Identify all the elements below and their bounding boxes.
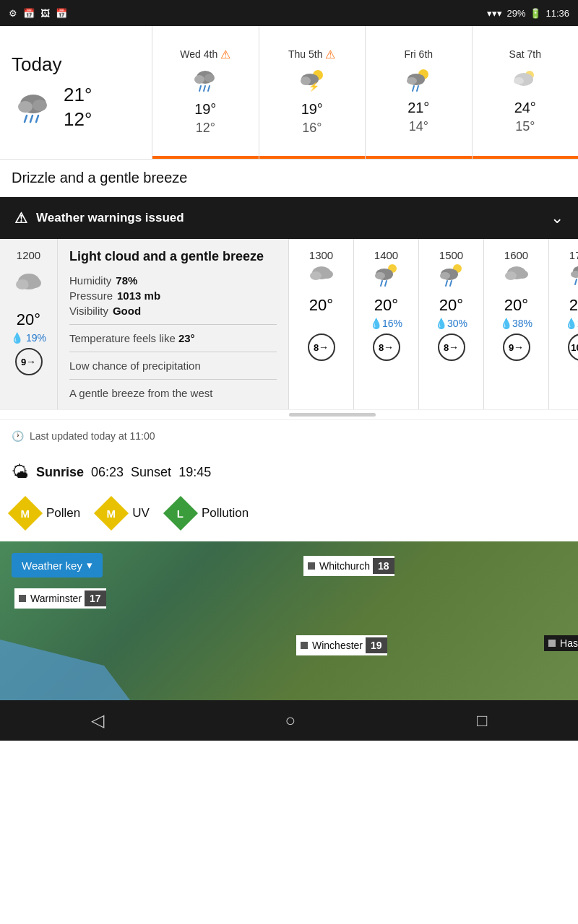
warning-text: Weather warnings issued: [36, 211, 184, 225]
wind-text: A gentle breeze from the west: [69, 387, 277, 399]
svg-point-28: [310, 271, 322, 280]
svg-line-10: [204, 86, 205, 91]
pollution-indicator[interactable]: L Pollution: [167, 500, 249, 527]
last-updated: 🕐 Last updated today at 11:00: [0, 420, 578, 452]
hour-time-1500: 1500: [439, 249, 463, 261]
hour-icon-1700: [568, 261, 579, 292]
svg-point-1: [18, 101, 33, 113]
svg-line-3: [25, 116, 27, 122]
weather-key-button[interactable]: Weather key ▾: [12, 553, 103, 578]
svg-point-18: [407, 77, 417, 84]
hour-col-1300[interactable]: 1300 20° 8→: [289, 239, 354, 409]
hour-temp-1500: 20°: [439, 296, 463, 315]
warminster-temp: 17: [85, 590, 106, 606]
back-button[interactable]: ◁: [74, 705, 121, 736]
visibility-row: Visibility Good: [69, 305, 277, 317]
hour-precip-1600: 💧38%: [500, 318, 532, 329]
wind-arrow-1600: →: [514, 341, 524, 353]
svg-line-34: [385, 281, 387, 286]
hour-col-1500[interactable]: 1500 20° 💧30% 8→: [419, 239, 484, 409]
forecast-fri[interactable]: Fri 6th 21° 14°: [365, 26, 472, 159]
map-label-winchester: Winchester 19: [296, 635, 387, 655]
humidity-row: Humidity 78%: [69, 274, 277, 287]
battery-percent: 29%: [506, 8, 525, 19]
hastings-name: Has: [560, 637, 578, 649]
wind-arrow-1400: →: [384, 341, 394, 353]
today-icon-temps: 21° 12°: [12, 83, 140, 132]
winchester-name: Winchester: [312, 640, 363, 651]
svg-point-29: [322, 270, 333, 279]
warning-banner[interactable]: ⚠ Weather warnings issued ⌄: [0, 197, 578, 239]
forecast-icon-thu: ⚡: [296, 64, 328, 96]
svg-line-5: [36, 116, 38, 122]
hour-col-1700[interactable]: 1700 20° 💧27% 10→: [549, 239, 578, 409]
warminster-name: Warminster: [30, 593, 82, 604]
forecast-thu[interactable]: Thu 5th ⚠ ⚡ 19° 16°: [259, 26, 366, 159]
today-column: Today 21° 12°: [0, 26, 152, 159]
hour-col-1400[interactable]: 1400 20° 💧16% 8→: [354, 239, 419, 409]
warning-triangle-icon: ⚠: [14, 209, 27, 227]
hour-precip-1500: 💧30%: [435, 318, 467, 329]
forecast-temps-thu: 19° 16°: [301, 99, 323, 137]
hour-detail-time: 1200: [7, 249, 50, 261]
hour-temp-1300: 20°: [309, 296, 333, 315]
status-bar: ⚙ 📅 🖼 📅 ▾▾▾ 29% 🔋 11:36: [0, 0, 578, 26]
nav-bar: ◁ ○ □: [0, 700, 578, 741]
wind-arrow-icon: →: [26, 356, 36, 367]
svg-line-11: [208, 86, 210, 91]
forecast-wed[interactable]: Wed 4th ⚠ 19° 12°: [152, 26, 259, 159]
sunrise-icon: 🌤: [12, 462, 29, 482]
humidity-label: Humidity: [69, 274, 111, 287]
hour-time-1700: 1700: [569, 249, 578, 261]
hour-precip-1400: 💧16%: [370, 318, 402, 329]
hour-time-1600: 1600: [504, 249, 528, 261]
forecast-icon-fri: [402, 63, 434, 95]
svg-line-9: [199, 86, 201, 91]
chevron-down-icon: ⌄: [551, 209, 564, 227]
wind-arrow-1300: →: [319, 341, 329, 353]
map-label-warminster: Warminster 17: [14, 588, 106, 609]
svg-point-25: [16, 279, 29, 289]
home-button[interactable]: ○: [268, 705, 314, 736]
top-weather-row: Today 21° 12° Wed 4th: [0, 26, 578, 160]
svg-point-23: [514, 77, 524, 84]
feels-like-row: Temperature feels like 23°: [69, 332, 277, 344]
hour-wind-1600: 9→: [503, 334, 530, 361]
hour-col-1600[interactable]: 1600 20° 💧38% 9→: [484, 239, 549, 409]
weather-description: Drizzle and a gentle breeze: [0, 160, 578, 197]
battery-icon: 🔋: [530, 8, 541, 19]
warning-icon-wed: ⚠: [220, 48, 230, 61]
uv-indicator[interactable]: M UV: [98, 500, 150, 527]
clock-icon: 🕐: [12, 430, 24, 442]
forecast-temps-sat: 24° 15°: [514, 97, 536, 136]
svg-point-37: [440, 272, 450, 279]
map-label-hastings: Has: [544, 635, 578, 651]
today-high: 21°: [64, 83, 92, 108]
svg-line-20: [417, 86, 418, 91]
hour-temp-1400: 20°: [374, 296, 398, 315]
forecast-sat[interactable]: Sat 7th 24° 15°: [472, 26, 579, 159]
hour-wind-1700: 10→: [568, 334, 579, 361]
hour-detail-wind-badge: 9→: [15, 348, 43, 375]
settings-icon: ⚙: [9, 8, 17, 19]
svg-text:⚡: ⚡: [309, 81, 319, 92]
whitchurch-temp: 18: [373, 558, 394, 574]
weather-key-chevron: ▾: [87, 559, 92, 572]
weather-key-label: Weather key: [22, 559, 82, 572]
warning-icon-thu: ⚠: [325, 48, 335, 61]
uv-label: UV: [132, 506, 150, 520]
forecast-temps-fri: 21° 14°: [407, 97, 429, 136]
pollen-indicator[interactable]: M Pollen: [12, 500, 80, 527]
recents-button[interactable]: □: [460, 705, 505, 736]
hour-wind-1400: 8→: [373, 334, 400, 361]
visibility-label: Visibility: [69, 305, 108, 317]
visibility-value: Good: [113, 305, 141, 317]
forecast-date-fri: Fri 6th: [404, 48, 433, 60]
today-low: 12°: [64, 108, 92, 132]
map-background: Weather key ▾ Warminster 17 Whitchurch 1…: [0, 541, 578, 700]
hour-detail-title: Light cloud and a gentle breeze: [69, 249, 277, 264]
svg-line-38: [446, 281, 447, 286]
svg-point-44: [571, 271, 579, 278]
hour-detail-card[interactable]: 1200 20° 💧 19% 9→ Light: [0, 239, 289, 409]
svg-point-26: [28, 278, 41, 288]
